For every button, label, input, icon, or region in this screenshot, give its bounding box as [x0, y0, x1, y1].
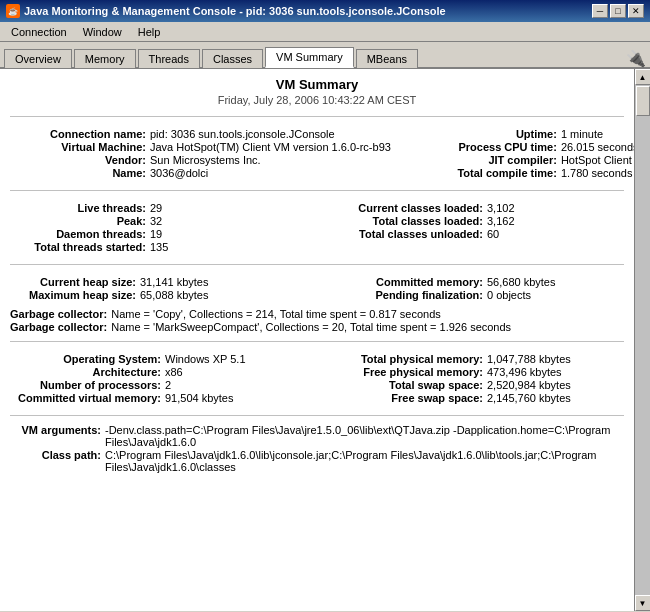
scroll-down-button[interactable]: ▼ — [635, 595, 651, 611]
uptime-row: Uptime: 1 minute — [391, 128, 634, 140]
class-path-label: Class path: — [10, 449, 105, 473]
tab-mbeans[interactable]: MBeans — [356, 49, 418, 68]
gc1-label: Garbage collector: — [10, 308, 111, 320]
gc1-value: Name = 'Copy', Collections = 214, Total … — [111, 308, 624, 320]
scroll-track[interactable] — [635, 85, 651, 595]
unloaded-label: Total classes unloaded: — [317, 228, 487, 240]
daemon-threads-row: Daemon threads: 19 — [10, 228, 317, 240]
os-left-col: Operating System: Windows XP 5.1 Archite… — [10, 350, 317, 407]
processors-label: Number of processors: — [10, 379, 165, 391]
vm-args-row: VM arguments: -Denv.class.path=C:\Progra… — [10, 424, 624, 448]
unloaded-value: 60 — [487, 228, 499, 240]
scrollbar: ▲ ▼ — [634, 69, 650, 611]
total-threads-label: Total threads started: — [10, 241, 150, 253]
window-controls: ─ □ ✕ — [592, 4, 644, 18]
cpu-row: Process CPU time: 26.015 seconds — [391, 141, 634, 153]
class-path-row: Class path: C:\Program Files\Java\jdk1.6… — [10, 449, 624, 473]
processors-row: Number of processors: 2 — [10, 379, 317, 391]
cpu-value: 26.015 seconds — [561, 141, 634, 153]
close-button[interactable]: ✕ — [628, 4, 644, 18]
free-physical-label: Free physical memory: — [317, 366, 487, 378]
total-threads-value: 135 — [150, 241, 168, 253]
total-classes-value: 3,162 — [487, 215, 515, 227]
total-physical-label: Total physical memory: — [317, 353, 487, 365]
divider-3 — [10, 264, 624, 265]
peak-row: Peak: 32 — [10, 215, 317, 227]
heap-memory-grid: Current heap size: 31,141 kbytes Maximum… — [10, 273, 624, 304]
live-threads-row: Live threads: 29 — [10, 202, 317, 214]
compile-label: Total compile time: — [391, 167, 561, 179]
tab-memory[interactable]: Memory — [74, 49, 136, 68]
tab-classes[interactable]: Classes — [202, 49, 263, 68]
os-right-col: Total physical memory: 1,047,788 kbytes … — [317, 350, 624, 407]
max-heap-label: Maximum heap size: — [10, 289, 140, 301]
vm-summary-title: VM Summary — [10, 77, 624, 92]
arch-label: Architecture: — [10, 366, 165, 378]
connection-icon: 🔌 — [626, 49, 646, 67]
vm-value: Java HotSpot(TM) Client VM version 1.6.0… — [150, 141, 391, 153]
scroll-thumb[interactable] — [636, 86, 650, 116]
total-swap-value: 2,520,984 kbytes — [487, 379, 571, 391]
gc2-value: Name = 'MarkSweepCompact', Collections =… — [111, 321, 624, 333]
gc1-row: Garbage collector: Name = 'Copy', Collec… — [10, 308, 624, 320]
committed-virtual-row: Committed virtual memory: 91,504 kbytes — [10, 392, 317, 404]
connection-row: Connection name: pid: 3036 sun.tools.jco… — [10, 128, 391, 140]
name-label: Name: — [10, 167, 150, 179]
vendor-value: Sun Microsystems Inc. — [150, 154, 261, 166]
total-swap-row: Total swap space: 2,520,984 kbytes — [317, 379, 624, 391]
right-col-uptime: Uptime: 1 minute Process CPU time: 26.01… — [391, 125, 634, 182]
minimize-button[interactable]: ─ — [592, 4, 608, 18]
divider-1 — [10, 116, 624, 117]
gc2-row: Garbage collector: Name = 'MarkSweepComp… — [10, 321, 624, 333]
menu-help[interactable]: Help — [131, 24, 168, 40]
total-swap-label: Total swap space: — [317, 379, 487, 391]
tab-bar: Overview Memory Threads Classes VM Summa… — [0, 42, 650, 69]
arch-row: Architecture: x86 — [10, 366, 317, 378]
app-icon: ☕ — [6, 4, 20, 18]
peak-value: 32 — [150, 215, 162, 227]
jit-row: JIT compiler: HotSpot Client Compiler — [391, 154, 634, 166]
window-title: Java Monitoring & Management Console - p… — [24, 5, 446, 17]
free-physical-row: Free physical memory: 473,496 kbytes — [317, 366, 624, 378]
jit-value: HotSpot Client Compiler — [561, 154, 634, 166]
menu-bar: Connection Window Help — [0, 22, 650, 42]
tab-vm-summary[interactable]: VM Summary — [265, 47, 354, 68]
peak-label: Peak: — [10, 215, 150, 227]
classes-col: Current classes loaded: 3,102 Total clas… — [317, 199, 624, 256]
os-row: Operating System: Windows XP 5.1 — [10, 353, 317, 365]
scroll-up-button[interactable]: ▲ — [635, 69, 651, 85]
maximize-button[interactable]: □ — [610, 4, 626, 18]
total-threads-row: Total threads started: 135 — [10, 241, 317, 253]
jit-label: JIT compiler: — [391, 154, 561, 166]
uptime-value: 1 minute — [561, 128, 603, 140]
divider-5 — [10, 415, 624, 416]
pending-value: 0 objects — [487, 289, 531, 301]
os-label: Operating System: — [10, 353, 165, 365]
tab-overview[interactable]: Overview — [4, 49, 72, 68]
vendor-row: Vendor: Sun Microsystems Inc. — [10, 154, 391, 166]
total-classes-row: Total classes loaded: 3,162 — [317, 215, 624, 227]
threads-classes-grid: Live threads: 29 Peak: 32 Daemon threads… — [10, 199, 624, 256]
tab-threads[interactable]: Threads — [138, 49, 200, 68]
name-row: Name: 3036@dolci — [10, 167, 391, 179]
main-content: VM Summary Friday, July 28, 2006 10:43:2… — [0, 69, 650, 611]
vm-label: Virtual Machine: — [10, 141, 150, 153]
live-threads-label: Live threads: — [10, 202, 150, 214]
total-classes-label: Total classes loaded: — [317, 215, 487, 227]
os-grid: Operating System: Windows XP 5.1 Archite… — [10, 350, 624, 407]
unloaded-classes-row: Total classes unloaded: 60 — [317, 228, 624, 240]
current-heap-value: 31,141 kbytes — [140, 276, 209, 288]
daemon-value: 19 — [150, 228, 162, 240]
arch-value: x86 — [165, 366, 183, 378]
content-area: VM Summary Friday, July 28, 2006 10:43:2… — [0, 69, 634, 611]
memory-col: Committed memory: 56,680 kbytes Pending … — [317, 273, 624, 304]
menu-connection[interactable]: Connection — [4, 24, 74, 40]
cpu-label: Process CPU time: — [391, 141, 561, 153]
connection-value: pid: 3036 sun.tools.jconsole.JConsole — [150, 128, 335, 140]
menu-window[interactable]: Window — [76, 24, 129, 40]
divider-4 — [10, 341, 624, 342]
total-physical-value: 1,047,788 kbytes — [487, 353, 571, 365]
vm-summary-date: Friday, July 28, 2006 10:43:22 AM CEST — [10, 94, 624, 106]
current-classes-label: Current classes loaded: — [317, 202, 487, 214]
current-heap-label: Current heap size: — [10, 276, 140, 288]
